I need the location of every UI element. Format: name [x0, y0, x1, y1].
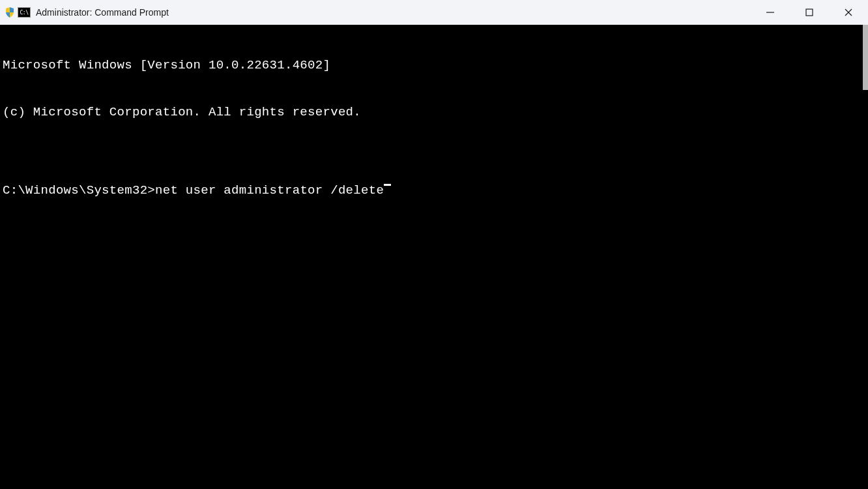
- minimize-button[interactable]: [751, 0, 790, 25]
- terminal-prompt: C:\Windows\System32>: [3, 183, 155, 198]
- terminal-output-line: Microsoft Windows [Version 10.0.22631.46…: [3, 57, 860, 73]
- terminal-output-line: (c) Microsoft Corporation. All rights re…: [3, 104, 860, 120]
- terminal-area[interactable]: Microsoft Windows [Version 10.0.22631.46…: [0, 25, 863, 489]
- uac-shield-icon: [4, 7, 16, 18]
- close-button[interactable]: [829, 0, 868, 25]
- window-title: Administrator: Command Prompt: [36, 7, 169, 18]
- terminal-command-input[interactable]: net user administrator /delete: [155, 183, 384, 198]
- svg-rect-1: [806, 9, 813, 16]
- titlebar[interactable]: C:\ Administrator: Command Prompt: [0, 0, 868, 25]
- window-controls: [751, 0, 868, 25]
- maximize-button[interactable]: [790, 0, 829, 25]
- scrollbar-thumb[interactable]: [863, 25, 868, 90]
- cmd-icon: C:\: [18, 7, 31, 18]
- terminal-prompt-line: C:\Windows\System32>net user administrat…: [3, 183, 860, 198]
- terminal-cursor: [384, 184, 391, 186]
